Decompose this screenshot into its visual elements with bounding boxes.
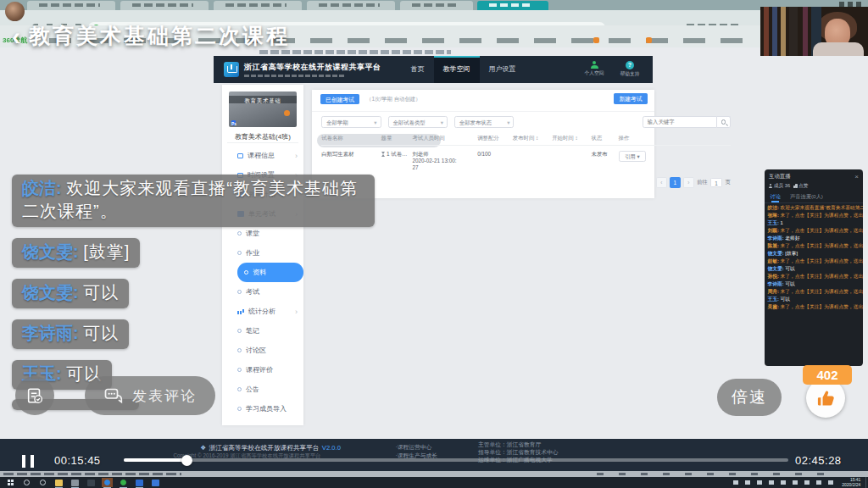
column-header-题量[interactable]: 题量 — [381, 135, 413, 142]
progress-knob[interactable] — [181, 455, 192, 466]
sidebar-item-label: 课程信息 — [248, 151, 275, 160]
folder-icon — [237, 153, 243, 158]
live-chat-panel: 互动直播 × 成员 36 点赞 讨论声音连麦(0人) 皎洁: 欢迎大家来观看直播… — [765, 169, 863, 366]
nav-right-帮助支持[interactable]: ?帮助支持 — [615, 61, 644, 78]
site-brand-subtitle — [244, 75, 344, 77]
column-header-发布时间[interactable]: 发布时间 ↕ — [513, 135, 552, 142]
chat-author: 饶文雯: — [22, 242, 83, 261]
taskbar-app-blue2[interactable] — [150, 478, 161, 487]
live-message-author: 李诗雨: — [768, 236, 786, 241]
pause-button[interactable] — [22, 455, 37, 468]
filter-dropdown-全部学期[interactable]: 全部学期▾ — [321, 116, 381, 128]
hourglass-icon — [381, 152, 386, 157]
taskbar-app-dark[interactable] — [86, 478, 97, 487]
live-message: 饶文雯: 可以 — [768, 266, 863, 273]
chat-overlay-message: 饶文雯: [鼓掌] — [12, 238, 140, 268]
search-input[interactable] — [643, 116, 717, 128]
prev-page-button[interactable]: ‹ — [656, 177, 667, 188]
chevron-down-icon: ▾ — [374, 117, 376, 129]
column-header-调整配分[interactable]: 调整配分 — [477, 135, 513, 142]
cell-score: 0/100 — [477, 151, 513, 157]
column-header-状态[interactable]: 状态 — [592, 135, 619, 142]
live-message-author: 周舟: — [768, 289, 781, 294]
chat-overlay-message: 李诗雨: 可以 — [12, 319, 129, 349]
cell-time: 刘老师 2020-02-21 13:00: 27 — [412, 151, 477, 171]
search-icon — [721, 119, 726, 125]
start-button[interactable] — [5, 478, 16, 487]
current-time: 00:15:45 — [54, 454, 101, 467]
column-header-开始时间[interactable]: 开始时间 ↕ — [552, 135, 591, 142]
nav-right-个人空间[interactable]: 个人空间 — [580, 61, 609, 78]
live-message: 皎洁: 欢迎大家来观看直播“教育美术基础第二次课程”。 — [768, 205, 863, 212]
page-top-note — [259, 50, 451, 54]
table-row[interactable]: 白鹅写生素材 1 试卷… 刘老师 2020-02-21 13:00: 27 0/… — [321, 146, 731, 175]
filter-dropdown-全部发布状态[interactable]: 全部发布状态▾ — [454, 116, 514, 128]
live-message-text: [鼓掌] — [785, 251, 798, 256]
bookmark-icon — [646, 37, 652, 43]
browser-tab[interactable] — [400, 1, 473, 10]
progress-track[interactable] — [124, 458, 788, 462]
notes-button[interactable] — [15, 376, 54, 415]
chevron-right-icon: › — [295, 152, 298, 160]
sidebar-item-课程信息[interactable]: 课程信息› — [222, 146, 303, 165]
tray-icons[interactable] — [733, 480, 835, 485]
presenter-body — [813, 42, 864, 56]
search-button[interactable] — [21, 478, 32, 487]
browser-tab[interactable] — [27, 1, 115, 10]
taskbar-app-active-browser[interactable] — [102, 478, 113, 487]
taskbar-app-camera[interactable] — [70, 478, 81, 487]
members-icon — [769, 184, 772, 187]
taskbar-clock[interactable]: 15:41 2020/2/24 — [842, 478, 860, 487]
live-message-text: 来了，点击【关注】为课程点赞，送出爱心 — [781, 243, 863, 248]
nav-item-教学空间[interactable]: 教学空间 — [434, 56, 480, 83]
live-message-author: 张琳: — [768, 213, 781, 218]
decorative-dot — [284, 110, 290, 116]
exam-table: 试卷名称题量考试人员时间调整配分发布时间 ↕开始时间 ↕状态操作 白鹅写生素材 … — [321, 132, 731, 175]
nav-item-首页[interactable]: 首页 — [402, 56, 434, 83]
back-icon[interactable]: ‹ — [12, 24, 20, 49]
live-message-text: 可以 — [781, 297, 791, 302]
live-message: 王玉: 1 — [768, 220, 863, 227]
tab-created-exams[interactable]: 已创建考试 — [320, 94, 359, 104]
next-page-button[interactable]: › — [683, 177, 694, 188]
filter-dropdown-全部试卷类型[interactable]: 全部试卷类型▾ — [388, 116, 448, 128]
browser-tab[interactable] — [307, 1, 395, 10]
browser-profile-avatar[interactable] — [5, 2, 25, 21]
jump-label: 前往 — [697, 179, 708, 186]
page-1-button[interactable]: 1 — [670, 177, 681, 188]
thumbs-up-icon — [815, 387, 837, 409]
live-message: 周舟: 来了，点击【关注】为课程点赞，送出爱心 — [768, 289, 863, 296]
column-header-操作[interactable]: 操作 — [619, 135, 657, 142]
site-logo-icon[interactable] — [224, 62, 239, 77]
taskview-button[interactable] — [37, 478, 48, 487]
speed-button[interactable]: 倍速 — [717, 379, 782, 416]
course-thumbnail[interactable]: 教育美术基础 Ps — [229, 92, 297, 127]
thumb-icon — [793, 184, 797, 187]
column-header-考试人员时间[interactable]: 考试人员时间 — [412, 135, 477, 142]
column-header-试卷名称[interactable]: 试卷名称 — [321, 135, 381, 142]
nav-items: 首页教学空间用户设置 — [402, 56, 526, 83]
chat-text: 欢迎大家来观看直播“教育美术基础第二次课程”。 — [22, 179, 358, 220]
jump-page-input[interactable]: 1 — [710, 178, 722, 187]
progress-bar-row: 00:15:45 02:45:28 — [0, 449, 868, 471]
video-title: 教育美术基础第二次课程 — [29, 22, 290, 50]
new-exam-button[interactable]: 新建考试 — [614, 93, 647, 104]
windows-icon — [8, 480, 14, 485]
live-tab-声音连麦(0人)[interactable]: 声音连麦(0人) — [789, 191, 825, 202]
cite-dropdown-button[interactable]: 引用 ▾ — [619, 151, 647, 162]
live-tab-讨论[interactable]: 讨论 — [769, 191, 782, 202]
post-comment-button[interactable]: 发表评论 — [85, 376, 215, 415]
browser-tab[interactable] — [120, 1, 209, 10]
taskbar-app-blue1[interactable] — [134, 478, 145, 487]
browser-tab[interactable] — [214, 1, 302, 10]
course-thumbnail-title: 教育美术基础 — [229, 96, 297, 104]
live-message: 饶文雯: [鼓掌] — [768, 251, 863, 258]
close-icon[interactable]: × — [854, 173, 859, 180]
nav-item-用户设置[interactable]: 用户设置 — [480, 56, 526, 83]
taskbar-app-green[interactable] — [118, 478, 129, 487]
taskbar-app-explorer[interactable] — [53, 478, 64, 487]
chat-text: 可以 — [83, 324, 119, 342]
browser-tab-active[interactable] — [477, 1, 548, 10]
search-button[interactable] — [717, 116, 731, 128]
comment-button-label: 发表评论 — [132, 386, 197, 406]
